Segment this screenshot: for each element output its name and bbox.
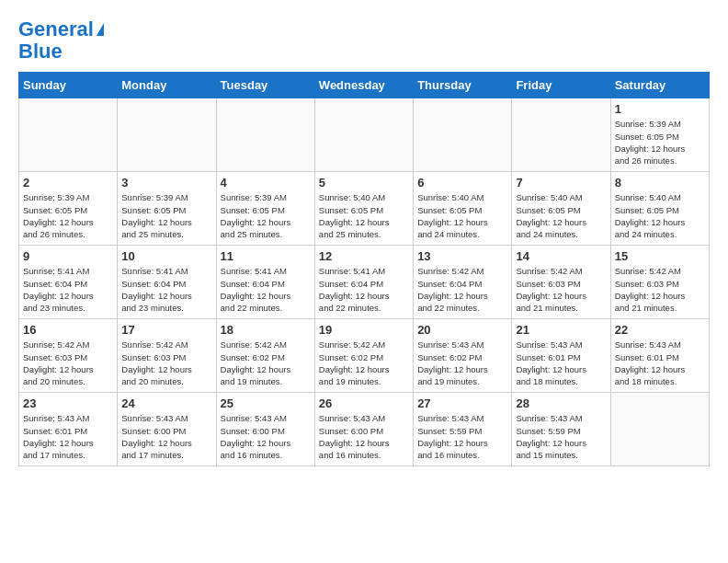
calendar-cell: 22Sunrise: 5:43 AMSunset: 6:01 PMDayligh… (610, 319, 709, 393)
day-number: 7 (516, 176, 606, 190)
day-info: Sunrise: 5:43 AMSunset: 6:01 PMDaylight:… (516, 339, 606, 387)
day-info: Sunrise: 5:39 AMSunset: 6:05 PMDaylight:… (121, 191, 211, 240)
calendar-cell (216, 98, 314, 172)
calendar-cell: 5Sunrise: 5:40 AMSunset: 6:05 PMDaylight… (314, 172, 413, 246)
day-info: Sunrise: 5:43 AMSunset: 6:01 PMDaylight:… (615, 339, 705, 387)
calendar-cell: 23Sunrise: 5:43 AMSunset: 6:01 PMDayligh… (19, 393, 118, 466)
calendar-cell (118, 98, 216, 172)
calendar-cell: 15Sunrise: 5:42 AMSunset: 6:03 PMDayligh… (610, 246, 709, 319)
day-info: Sunrise: 5:42 AMSunset: 6:04 PMDaylight:… (417, 265, 507, 314)
day-info: Sunrise: 5:43 AMSunset: 6:00 PMDaylight:… (221, 412, 311, 461)
calendar-cell: 24Sunrise: 5:43 AMSunset: 6:00 PMDayligh… (118, 393, 216, 466)
day-number: 5 (319, 176, 409, 190)
weekday-header-tuesday: Tuesday (216, 73, 314, 98)
page-header: General Blue (18, 18, 710, 63)
calendar-cell: 17Sunrise: 5:42 AMSunset: 6:03 PMDayligh… (118, 319, 216, 393)
day-number: 19 (319, 323, 409, 337)
calendar-cell: 2Sunrise: 5:39 AMSunset: 6:05 PMDaylight… (19, 172, 118, 246)
calendar-cell: 11Sunrise: 5:41 AMSunset: 6:04 PMDayligh… (216, 246, 314, 319)
day-info: Sunrise: 5:43 AMSunset: 6:01 PMDaylight:… (23, 412, 113, 461)
calendar-cell: 18Sunrise: 5:42 AMSunset: 6:02 PMDayligh… (216, 319, 314, 393)
day-number: 12 (319, 249, 409, 263)
day-number: 16 (23, 323, 113, 337)
day-number: 17 (121, 323, 211, 337)
weekday-header-row: SundayMondayTuesdayWednesdayThursdayFrid… (19, 73, 710, 98)
day-info: Sunrise: 5:43 AMSunset: 6:02 PMDaylight:… (417, 339, 507, 387)
day-number: 23 (23, 396, 113, 410)
calendar-cell: 27Sunrise: 5:43 AMSunset: 5:59 PMDayligh… (414, 393, 512, 466)
day-number: 4 (221, 176, 311, 190)
day-number: 11 (221, 249, 311, 263)
weekday-header-friday: Friday (512, 73, 610, 98)
day-number: 21 (516, 323, 606, 337)
calendar-cell (314, 98, 413, 172)
week-row-4: 16Sunrise: 5:42 AMSunset: 6:03 PMDayligh… (19, 319, 710, 393)
day-info: Sunrise: 5:40 AMSunset: 6:05 PMDaylight:… (319, 191, 409, 240)
day-number: 6 (417, 176, 507, 190)
logo: General Blue (18, 18, 104, 63)
day-number: 25 (221, 396, 311, 410)
calendar-cell: 20Sunrise: 5:43 AMSunset: 6:02 PMDayligh… (414, 319, 512, 393)
calendar-cell: 7Sunrise: 5:40 AMSunset: 6:05 PMDaylight… (512, 172, 610, 246)
calendar-cell: 3Sunrise: 5:39 AMSunset: 6:05 PMDaylight… (118, 172, 216, 246)
week-row-1: 1Sunrise: 5:39 AMSunset: 6:05 PMDaylight… (19, 98, 710, 172)
day-info: Sunrise: 5:39 AMSunset: 6:05 PMDaylight:… (615, 118, 705, 167)
day-info: Sunrise: 5:42 AMSunset: 6:03 PMDaylight:… (23, 339, 113, 387)
week-row-2: 2Sunrise: 5:39 AMSunset: 6:05 PMDaylight… (19, 172, 710, 246)
day-info: Sunrise: 5:43 AMSunset: 6:00 PMDaylight:… (319, 412, 409, 461)
day-info: Sunrise: 5:42 AMSunset: 6:03 PMDaylight:… (516, 265, 606, 314)
logo-icon-top (97, 23, 104, 36)
day-info: Sunrise: 5:42 AMSunset: 6:02 PMDaylight:… (319, 339, 409, 387)
day-info: Sunrise: 5:42 AMSunset: 6:02 PMDaylight:… (221, 339, 311, 387)
calendar-table: SundayMondayTuesdayWednesdayThursdayFrid… (18, 72, 710, 466)
day-number: 20 (417, 323, 507, 337)
calendar-cell (512, 98, 610, 172)
day-info: Sunrise: 5:43 AMSunset: 5:59 PMDaylight:… (417, 412, 507, 461)
weekday-header-thursday: Thursday (414, 73, 512, 98)
day-info: Sunrise: 5:41 AMSunset: 6:04 PMDaylight:… (121, 265, 211, 314)
day-info: Sunrise: 5:41 AMSunset: 6:04 PMDaylight:… (319, 265, 409, 314)
calendar-cell: 21Sunrise: 5:43 AMSunset: 6:01 PMDayligh… (512, 319, 610, 393)
calendar-cell: 14Sunrise: 5:42 AMSunset: 6:03 PMDayligh… (512, 246, 610, 319)
weekday-header-saturday: Saturday (610, 73, 709, 98)
day-number: 9 (23, 249, 113, 263)
logo-text: General Blue (18, 18, 104, 63)
calendar-cell: 6Sunrise: 5:40 AMSunset: 6:05 PMDaylight… (414, 172, 512, 246)
day-info: Sunrise: 5:40 AMSunset: 6:05 PMDaylight:… (615, 191, 705, 240)
day-number: 18 (221, 323, 311, 337)
calendar-cell: 4Sunrise: 5:39 AMSunset: 6:05 PMDaylight… (216, 172, 314, 246)
day-number: 24 (121, 396, 211, 410)
day-info: Sunrise: 5:42 AMSunset: 6:03 PMDaylight:… (121, 339, 211, 387)
day-number: 15 (615, 249, 705, 263)
day-info: Sunrise: 5:39 AMSunset: 6:05 PMDaylight:… (23, 191, 113, 240)
calendar-cell: 28Sunrise: 5:43 AMSunset: 5:59 PMDayligh… (512, 393, 610, 466)
week-row-3: 9Sunrise: 5:41 AMSunset: 6:04 PMDaylight… (19, 246, 710, 319)
day-info: Sunrise: 5:40 AMSunset: 6:05 PMDaylight:… (516, 191, 606, 240)
day-number: 8 (615, 176, 705, 190)
calendar-cell (414, 98, 512, 172)
day-info: Sunrise: 5:41 AMSunset: 6:04 PMDaylight:… (23, 265, 113, 314)
day-number: 26 (319, 396, 409, 410)
weekday-header-monday: Monday (118, 73, 216, 98)
day-info: Sunrise: 5:39 AMSunset: 6:05 PMDaylight:… (221, 191, 311, 240)
day-number: 10 (121, 249, 211, 263)
day-number: 1 (615, 102, 705, 116)
day-info: Sunrise: 5:43 AMSunset: 6:00 PMDaylight:… (121, 412, 211, 461)
calendar-cell: 26Sunrise: 5:43 AMSunset: 6:00 PMDayligh… (314, 393, 413, 466)
day-number: 13 (417, 249, 507, 263)
day-info: Sunrise: 5:40 AMSunset: 6:05 PMDaylight:… (417, 191, 507, 240)
calendar-cell: 13Sunrise: 5:42 AMSunset: 6:04 PMDayligh… (414, 246, 512, 319)
week-row-5: 23Sunrise: 5:43 AMSunset: 6:01 PMDayligh… (19, 393, 710, 466)
day-number: 28 (516, 396, 606, 410)
weekday-header-sunday: Sunday (19, 73, 118, 98)
calendar-cell: 19Sunrise: 5:42 AMSunset: 6:02 PMDayligh… (314, 319, 413, 393)
day-number: 22 (615, 323, 705, 337)
calendar-cell: 10Sunrise: 5:41 AMSunset: 6:04 PMDayligh… (118, 246, 216, 319)
calendar-cell (610, 393, 709, 466)
day-number: 27 (417, 396, 507, 410)
day-info: Sunrise: 5:41 AMSunset: 6:04 PMDaylight:… (221, 265, 311, 314)
day-info: Sunrise: 5:42 AMSunset: 6:03 PMDaylight:… (615, 265, 705, 314)
calendar-cell: 25Sunrise: 5:43 AMSunset: 6:00 PMDayligh… (216, 393, 314, 466)
day-number: 14 (516, 249, 606, 263)
calendar-cell: 16Sunrise: 5:42 AMSunset: 6:03 PMDayligh… (19, 319, 118, 393)
